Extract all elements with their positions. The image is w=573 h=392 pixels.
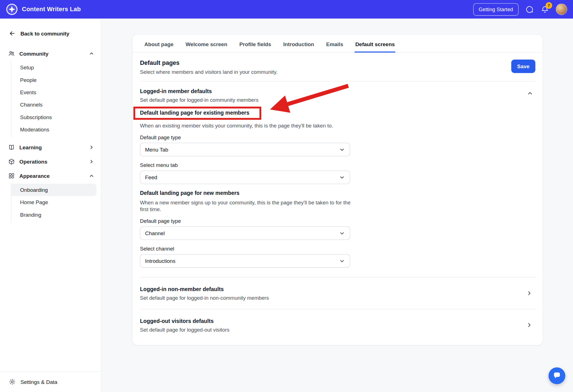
learning-icon <box>8 144 15 151</box>
menu-tab-select[interactable]: Feed <box>140 171 350 184</box>
chevron-down-icon <box>339 174 345 180</box>
chevron-up-icon <box>89 51 94 56</box>
main-content: About page Welcome screen Profile fields… <box>101 19 573 392</box>
divider <box>140 81 535 81</box>
notification-count-badge: 7 <box>546 2 552 9</box>
chevron-down-icon <box>339 147 345 152</box>
back-label: Back to community <box>20 30 69 36</box>
sidebar-section-operations[interactable]: Operations <box>0 155 101 168</box>
select-value: Channel <box>145 230 165 236</box>
tab-emails[interactable]: Emails <box>326 41 343 52</box>
messages-icon[interactable] <box>525 5 534 14</box>
page-type-label: Default page type <box>140 134 535 140</box>
collapse-chevron-up-icon[interactable] <box>527 90 533 96</box>
getting-started-button[interactable]: Getting Started <box>473 3 518 15</box>
select-channel-label: Select channel <box>140 246 535 252</box>
settings-label: Settings & Data <box>20 379 57 385</box>
back-arrow-icon <box>9 30 16 37</box>
non-member-defaults-row[interactable]: Logged-in non-member defaults Set defaul… <box>140 278 535 309</box>
operations-label: Operations <box>19 159 47 165</box>
visitor-defaults-title: Logged-out visitors defaults <box>140 317 519 325</box>
chevron-down-icon <box>339 230 345 236</box>
tab-welcome-screen[interactable]: Welcome screen <box>185 41 227 52</box>
sidebar-item-setup[interactable]: Setup <box>11 61 96 74</box>
appearance-icon <box>8 172 15 179</box>
existing-members-heading: Default landing page for existing member… <box>140 110 249 116</box>
member-defaults-title: Logged-in member defaults <box>140 88 519 95</box>
viewport: Content Writers Lab Getting Started 7 <box>0 0 573 392</box>
notifications-bell-icon[interactable]: 7 <box>541 5 549 14</box>
settings-tabs: About page Welcome screen Profile fields… <box>133 35 543 53</box>
channel-select[interactable]: Introductions <box>140 254 350 268</box>
learning-label: Learning <box>19 145 42 150</box>
tab-about-page[interactable]: About page <box>144 41 173 52</box>
tab-profile-fields[interactable]: Profile fields <box>239 41 271 52</box>
chat-bubble-icon <box>553 371 561 380</box>
topbar: Content Writers Lab Getting Started 7 <box>0 0 573 19</box>
sidebar-item-moderations[interactable]: Moderations <box>11 123 96 136</box>
sidebar-item-subscriptions[interactable]: Subscriptions <box>11 111 96 123</box>
sidebar-item-home-page[interactable]: Home Page <box>11 196 96 208</box>
page-subtitle: Select where members and visitors land i… <box>140 69 278 75</box>
chevron-right-icon <box>526 290 532 296</box>
settings-card: About page Welcome screen Profile fields… <box>132 34 543 346</box>
community-label: Community <box>19 51 48 56</box>
community-logo-icon <box>6 3 18 15</box>
user-avatar[interactable] <box>556 4 567 15</box>
member-defaults-header[interactable]: Logged-in member defaults Set default pa… <box>140 88 535 103</box>
appearance-children: Onboarding Home Page Branding <box>11 183 101 223</box>
community-icon <box>8 50 15 57</box>
existing-members-description: When an existing member visits your comm… <box>140 122 535 129</box>
menu-tab-label: Select menu tab <box>140 162 535 168</box>
page-title: Default pages <box>140 59 278 67</box>
page-header: Default pages Select where members and v… <box>140 59 535 75</box>
brand[interactable]: Content Writers Lab <box>6 3 81 15</box>
page-type-label: Default page type <box>140 218 535 224</box>
chevron-up-icon <box>89 173 94 179</box>
brand-name: Content Writers Lab <box>22 6 81 13</box>
member-defaults-subtitle: Set default page for logged-in community… <box>140 97 519 103</box>
tab-default-screens[interactable]: Default screens <box>355 41 395 52</box>
sidebar-item-onboarding[interactable]: Onboarding <box>11 184 96 196</box>
sidebar-section-community[interactable]: Community <box>0 47 101 60</box>
chevron-right-icon <box>526 322 532 328</box>
sidebar-nav: Community Setup People Events Channels S… <box>0 46 101 223</box>
save-button[interactable]: Save <box>511 60 535 73</box>
appearance-label: Appearance <box>19 173 50 179</box>
admin-sidebar: Back to community Community <box>0 19 101 392</box>
new-member-page-type-select[interactable]: Channel <box>140 226 350 240</box>
select-value: Menu Tab <box>145 147 168 152</box>
sidebar-item-channels[interactable]: Channels <box>11 99 96 111</box>
chevron-right-icon <box>89 145 94 150</box>
sidebar-section-appearance[interactable]: Appearance <box>0 169 101 183</box>
operations-icon <box>8 158 15 165</box>
back-to-community-link[interactable]: Back to community <box>0 19 101 46</box>
visitor-defaults-subtitle: Set default page for logged-out visitors <box>140 327 519 333</box>
annotation-highlight-box: Default landing page for existing member… <box>133 107 262 120</box>
sidebar-item-branding[interactable]: Branding <box>11 209 96 221</box>
community-children: Setup People Events Channels Subscriptio… <box>11 61 101 138</box>
default-page-type-select[interactable]: Menu Tab <box>140 143 350 156</box>
select-value: Introductions <box>145 258 175 264</box>
chat-launcher-button[interactable] <box>548 367 565 384</box>
sidebar-item-events[interactable]: Events <box>11 86 96 98</box>
sidebar-item-people[interactable]: People <box>11 74 96 86</box>
tab-introduction[interactable]: Introduction <box>283 41 314 52</box>
new-members-heading: Default landing page for new members <box>140 190 535 197</box>
visitor-defaults-row[interactable]: Logged-out visitors defaults Set default… <box>140 309 535 341</box>
settings-and-data-link[interactable]: Settings & Data <box>0 371 101 392</box>
chevron-down-icon <box>339 258 345 264</box>
non-member-defaults-subtitle: Set default page for logged-in non-commu… <box>140 295 519 301</box>
non-member-defaults-title: Logged-in non-member defaults <box>140 285 519 293</box>
new-members-description: When a new member signs up to your commu… <box>140 199 352 212</box>
select-value: Feed <box>145 174 157 180</box>
chevron-right-icon <box>89 159 94 164</box>
gear-icon <box>9 378 16 385</box>
sidebar-section-learning[interactable]: Learning <box>0 141 101 154</box>
